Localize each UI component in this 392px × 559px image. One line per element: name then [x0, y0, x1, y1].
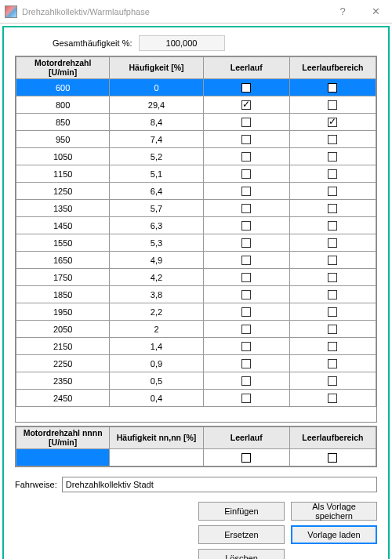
table-row[interactable]: 15505,3 — [16, 234, 376, 252]
cell-freq[interactable]: 0,4 — [110, 390, 203, 407]
cell-rpm[interactable]: 950 — [16, 131, 110, 148]
cell-freq[interactable]: 7,4 — [110, 131, 203, 148]
cell-rpm[interactable]: 1550 — [16, 234, 110, 252]
cell-rpm[interactable]: 850 — [16, 114, 110, 131]
table-row[interactable]: 80029,4 — [16, 96, 376, 114]
cell-leerlauf[interactable] — [203, 303, 289, 321]
col-leerlaufbereich[interactable]: Leerlauf­bereich — [289, 57, 376, 79]
close-button[interactable]: ✕ — [359, 0, 392, 24]
cell-leerlauf[interactable] — [203, 114, 289, 131]
cell-rpm[interactable]: 2350 — [16, 372, 110, 390]
main-grid[interactable]: Motordrehzahl [U/min] Häufigkeit [%] Lee… — [15, 56, 377, 423]
checkbox-leerlauf[interactable] — [241, 204, 251, 213]
checkbox-leerlauf[interactable] — [241, 118, 251, 127]
als-vorlage-speichern-button[interactable]: Als Vorlage speichern — [291, 502, 377, 521]
cell-rpm[interactable]: 2450 — [16, 390, 110, 407]
cell-leerlauf[interactable] — [203, 269, 289, 286]
cell-freq[interactable]: 5,1 — [110, 165, 203, 183]
table-row[interactable]: 16504,9 — [16, 252, 376, 269]
input-rpm[interactable] — [16, 449, 110, 466]
cell-freq[interactable]: 29,4 — [110, 96, 203, 114]
checkbox-leerlauf[interactable] — [241, 273, 251, 282]
cell-rpm[interactable]: 600 — [16, 79, 110, 96]
cell-rpm[interactable]: 2150 — [16, 338, 110, 355]
checkbox-leerlauf[interactable] — [241, 307, 251, 317]
cell-freq[interactable]: 1,4 — [110, 338, 203, 355]
cell-leerlaufbereich[interactable] — [289, 355, 376, 372]
col2-freq[interactable]: Häufigkeit nn,nn [%] — [110, 427, 203, 449]
cell-leerlauf[interactable] — [203, 79, 289, 96]
cell-leerlaufbereich[interactable] — [289, 131, 376, 148]
checkbox-leerlaufbereich[interactable] — [328, 342, 337, 351]
cell-leerlaufbereich[interactable] — [289, 390, 376, 407]
cell-freq[interactable]: 5,7 — [110, 200, 203, 217]
cell-freq[interactable]: 0,9 — [110, 355, 203, 372]
cell-leerlauf[interactable] — [203, 96, 289, 114]
cell-leerlauf[interactable] — [203, 355, 289, 372]
cell-leerlaufbereich[interactable] — [289, 234, 376, 252]
checkbox-leerlauf[interactable] — [241, 169, 251, 179]
checkbox-leerlaufbereich[interactable] — [328, 83, 337, 93]
cell-rpm[interactable]: 1450 — [16, 217, 110, 234]
cell-leerlaufbereich[interactable] — [289, 79, 376, 96]
cell-leerlauf[interactable] — [203, 338, 289, 355]
checkbox-leerlaufbereich[interactable] — [328, 256, 337, 265]
checkbox-leerlauf[interactable] — [241, 342, 251, 351]
cell-freq[interactable]: 6,4 — [110, 183, 203, 200]
cell-leerlauf[interactable] — [203, 165, 289, 183]
col-leerlauf[interactable]: Leerlauf — [203, 57, 289, 79]
cell-freq[interactable]: 8,4 — [110, 114, 203, 131]
table-row[interactable]: 9507,4 — [16, 131, 376, 148]
cell-leerlauf[interactable] — [203, 286, 289, 303]
input-leerlauf[interactable] — [203, 449, 289, 466]
table-row[interactable]: 17504,2 — [16, 269, 376, 286]
cell-rpm[interactable]: 1850 — [16, 286, 110, 303]
checkbox-leerlauf[interactable] — [241, 187, 251, 196]
help-button[interactable]: ? — [326, 0, 359, 24]
checkbox-leerlaufbereich[interactable] — [328, 238, 337, 248]
checkbox-leerlaufbereich[interactable] — [328, 290, 337, 299]
cell-leerlaufbereich[interactable] — [289, 338, 376, 355]
table-row[interactable]: 8508,4 — [16, 114, 376, 131]
checkbox-leerlaufbereich[interactable] — [328, 221, 337, 230]
table-row[interactable]: 23500,5 — [16, 372, 376, 390]
cell-leerlaufbereich[interactable] — [289, 303, 376, 321]
cell-freq[interactable]: 4,9 — [110, 252, 203, 269]
cell-rpm[interactable]: 800 — [16, 96, 110, 114]
cell-freq[interactable]: 6,3 — [110, 217, 203, 234]
cell-freq[interactable]: 4,2 — [110, 269, 203, 286]
input-row[interactable] — [16, 449, 376, 466]
table-row[interactable]: 6000 — [16, 79, 376, 96]
cell-rpm[interactable]: 1750 — [16, 269, 110, 286]
fahrweise-field[interactable] — [62, 477, 377, 492]
cell-leerlaufbereich[interactable] — [289, 114, 376, 131]
checkbox-leerlauf[interactable] — [241, 325, 251, 334]
cell-rpm[interactable]: 1950 — [16, 303, 110, 321]
checkbox-leerlauf[interactable] — [241, 394, 251, 403]
table-row[interactable]: 12506,4 — [16, 183, 376, 200]
cell-leerlaufbereich[interactable] — [289, 183, 376, 200]
checkbox-leerlaufbereich[interactable] — [328, 152, 337, 162]
checkbox-leerlaufbereich[interactable] — [328, 100, 337, 110]
loeschen-button[interactable]: Löschen — [198, 549, 285, 559]
table-row[interactable]: 11505,1 — [16, 165, 376, 183]
checkbox-leerlaufbereich[interactable] — [328, 376, 337, 386]
cell-leerlauf[interactable] — [203, 200, 289, 217]
cell-rpm[interactable]: 2250 — [16, 355, 110, 372]
table-row[interactable]: 13505,7 — [16, 200, 376, 217]
input-leerlaufbereich[interactable] — [289, 449, 376, 466]
table-row[interactable]: 22500,9 — [16, 355, 376, 372]
checkbox-leerlaufbereich[interactable] — [328, 325, 337, 334]
input-grid[interactable]: Motordrehzahl nnnn [U/min] Häufigkeit nn… — [15, 426, 377, 467]
cell-leerlaufbereich[interactable] — [289, 321, 376, 338]
table-row[interactable]: 14506,3 — [16, 217, 376, 234]
table-row[interactable]: 10505,2 — [16, 148, 376, 165]
col-freq[interactable]: Häufigkeit [%] — [110, 57, 203, 79]
col2-rpm[interactable]: Motordrehzahl nnnn [U/min] — [16, 427, 110, 449]
cell-leerlauf[interactable] — [203, 148, 289, 165]
cell-freq[interactable]: 3,8 — [110, 286, 203, 303]
checkbox-leerlauf[interactable] — [241, 221, 251, 230]
total-frequency-field[interactable] — [139, 35, 225, 51]
col-rpm[interactable]: Motordrehzahl [U/min] — [16, 57, 110, 79]
ersetzen-button[interactable]: Ersetzen — [198, 525, 285, 544]
